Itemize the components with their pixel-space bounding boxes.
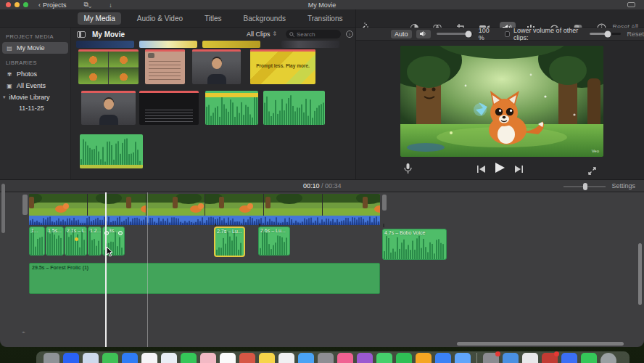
- dock-app-icon[interactable]: [161, 353, 177, 363]
- dock-app-icon[interactable]: [298, 353, 314, 363]
- dock-app-icon[interactable]: [581, 353, 597, 363]
- sidebar-item-event[interactable]: 11-11-25: [0, 103, 70, 113]
- tab-transitions[interactable]: Transitions: [302, 12, 349, 25]
- dock-app-icon[interactable]: [396, 353, 412, 363]
- mute-button[interactable]: [416, 30, 431, 38]
- media-thumbnail-screen-recording[interactable]: [139, 91, 199, 125]
- tab-titles[interactable]: Titles: [199, 12, 228, 25]
- media-thumbnail-presenter[interactable]: [81, 91, 136, 125]
- audio-clip[interactable]: 2.6s – Lu...: [258, 227, 290, 256]
- dock-app-icon[interactable]: [278, 353, 294, 363]
- dock-app-icon[interactable]: [239, 353, 255, 363]
- dock-icon-row: [44, 353, 616, 363]
- dock-app-icon[interactable]: [455, 353, 471, 363]
- media-thumbnail[interactable]: [281, 41, 339, 48]
- playhead[interactable]: [105, 192, 107, 347]
- clip-trim-handle[interactable]: [382, 195, 387, 211]
- dock-app-icon[interactable]: [376, 353, 392, 363]
- dock-app-icon[interactable]: [318, 353, 334, 363]
- background-music-clip[interactable]: 29.5s – Forest Frolic (1): [29, 263, 380, 294]
- libraries-header: LIBRARIES: [6, 60, 70, 66]
- dock-app-icon[interactable]: [435, 353, 451, 363]
- search-field[interactable]: [286, 30, 341, 38]
- volume-controls: Auto 100 % Lower volume of other clips: …: [356, 28, 644, 41]
- timeline-zoom-slider[interactable]: [564, 186, 606, 187]
- ducking-slider[interactable]: [590, 33, 621, 35]
- tab-backgrounds[interactable]: Backgrounds: [238, 12, 292, 25]
- timecode: 00:10 / 00:34: [303, 182, 342, 189]
- dock-divider: [476, 353, 477, 363]
- viewer-pane: Veo: [356, 41, 644, 179]
- sidebar-item-all-events[interactable]: ▣ All Events: [0, 80, 70, 91]
- dock-app-icon[interactable]: [337, 353, 353, 363]
- volume-slider[interactable]: [437, 33, 473, 35]
- timeline-header: 00:10 / 00:34 Settings: [0, 179, 644, 192]
- dock-app-icon[interactable]: [181, 353, 197, 363]
- video-clip-filmstrip[interactable]: [29, 194, 380, 216]
- sidebar-item-my-movie[interactable]: ▤ My Movie: [2, 42, 68, 54]
- audio-clip[interactable]: 4.7s – Bobo Voice: [382, 229, 447, 260]
- dock-app-icon[interactable]: [522, 353, 538, 363]
- dock-app-icon[interactable]: [561, 353, 577, 363]
- libraries-sidebar: PROJECT MEDIA ▤ My Movie LIBRARIES ✾ Pho…: [0, 28, 71, 179]
- media-thumbnail-audio[interactable]: [205, 91, 258, 125]
- dock-app-icon[interactable]: [503, 353, 519, 363]
- dock-app-icon[interactable]: [63, 353, 79, 363]
- dock-app-icon[interactable]: [357, 353, 373, 363]
- dock-app-icon[interactable]: [220, 353, 236, 363]
- lower-volume-checkbox[interactable]: [505, 31, 510, 37]
- clip-trim-handle[interactable]: [22, 195, 28, 215]
- next-frame-button[interactable]: [515, 163, 523, 176]
- media-thumbnail-notes[interactable]: [145, 49, 185, 84]
- sidebar-item-imovie-library[interactable]: ▾ iMovie Library: [0, 91, 70, 103]
- timeline-horizontal-scrollbar[interactable]: [457, 342, 624, 346]
- tab-audio-video[interactable]: Audio & Video: [131, 12, 189, 25]
- sidebar-item-photos[interactable]: ✾ Photos: [0, 68, 70, 80]
- timeline-video-frame: [146, 194, 205, 216]
- dock-app-icon[interactable]: [44, 353, 59, 363]
- dock-app-icon[interactable]: [83, 353, 99, 363]
- dock-app-icon[interactable]: [416, 353, 432, 363]
- dock-app-icon[interactable]: [542, 353, 558, 363]
- fade-handle[interactable]: [118, 231, 123, 235]
- timeline-left-scrollbar[interactable]: [1, 184, 5, 233]
- media-thumbnail-fox-grid[interactable]: [78, 49, 139, 84]
- media-thumbnail-audio[interactable]: [263, 91, 325, 125]
- dock-app-icon[interactable]: [141, 353, 157, 363]
- previous-frame-button[interactable]: [477, 163, 485, 176]
- dock-app-icon[interactable]: [200, 353, 216, 363]
- audio-clip[interactable]: 1...: [29, 227, 45, 256]
- media-thumbnail-audio[interactable]: [80, 134, 143, 168]
- dock-app-icon[interactable]: [483, 353, 499, 363]
- dock-app-icon[interactable]: [102, 353, 118, 363]
- timeline-vertical-scrollbar[interactable]: [638, 243, 642, 305]
- audio-clip-selected[interactable]: 2.7s – Lu...: [214, 227, 245, 257]
- browser-collapse-icon[interactable]: ›: [346, 30, 353, 38]
- clip-filter-dropdown[interactable]: All Clips ⇕: [247, 30, 277, 38]
- reset-button[interactable]: Reset: [627, 30, 644, 38]
- audio-clip[interactable]: 1.2...: [88, 227, 102, 256]
- veo-watermark: Veo: [592, 149, 599, 153]
- media-thumbnail-presenter[interactable]: [192, 49, 241, 84]
- dock-app-icon[interactable]: [122, 353, 138, 363]
- media-thumbnail[interactable]: [202, 41, 260, 48]
- video-audio-waveform[interactable]: [29, 216, 380, 225]
- trash-icon[interactable]: [600, 353, 616, 363]
- media-thumbnail-promo[interactable]: Prompt less. Play more.: [250, 49, 315, 84]
- media-thumbnail[interactable]: [139, 41, 197, 48]
- media-thumbnail[interactable]: [76, 41, 134, 48]
- settings-button[interactable]: Settings: [611, 182, 635, 189]
- clip-connector: [383, 224, 384, 227]
- play-button[interactable]: [495, 163, 505, 176]
- auto-volume-button[interactable]: Auto: [391, 30, 412, 38]
- search-input[interactable]: [297, 31, 337, 38]
- chevron-down-icon[interactable]: ▾: [3, 94, 6, 100]
- fullscreen-icon[interactable]: [588, 165, 596, 178]
- tab-my-media[interactable]: My Media: [78, 12, 120, 25]
- dock-app-icon[interactable]: [259, 353, 275, 363]
- audio-clip[interactable]: 2.1s – L...: [65, 227, 87, 256]
- audio-clip[interactable]: 1.5s...: [46, 227, 64, 256]
- pointer-artifact: ⌁: [22, 329, 25, 335]
- camera-icon: [148, 53, 154, 58]
- sidebar-toggle-icon[interactable]: [77, 31, 86, 38]
